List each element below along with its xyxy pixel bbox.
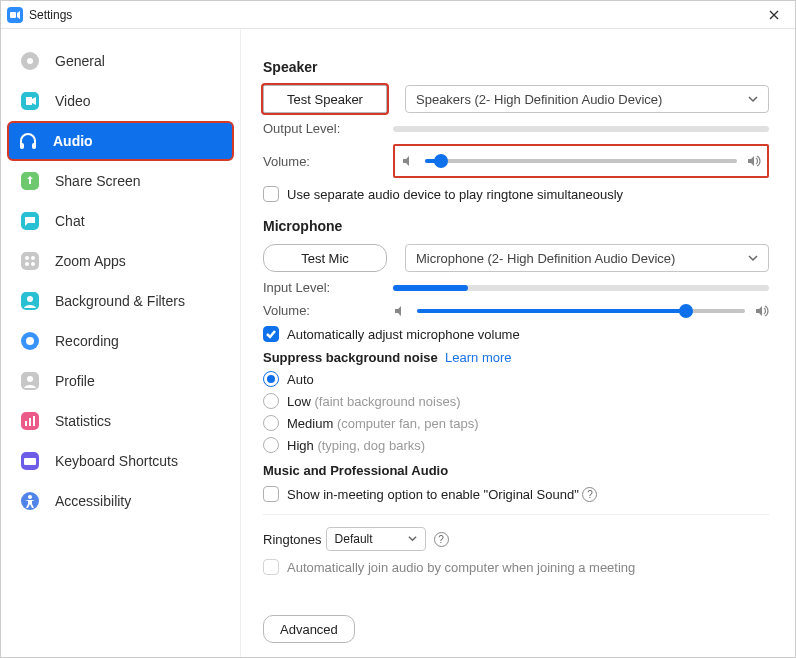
speaker-device-label: Speakers (2- High Definition Audio Devic… [416,92,662,107]
svg-point-18 [27,376,33,382]
sidebar-item-label: Video [55,93,91,109]
sidebar-item-video[interactable]: Video [1,81,240,121]
close-button[interactable] [759,1,789,29]
sidebar-item-background-filters[interactable]: Background & Filters [1,281,240,321]
sidebar-item-label: Profile [55,373,95,389]
zoom-app-icon [7,7,23,23]
chevron-down-icon [408,532,417,546]
sidebar-item-label: Zoom Apps [55,253,126,269]
original-sound-checkbox[interactable] [263,486,279,502]
noise-radio-high[interactable] [263,437,279,453]
sidebar-item-label: Keyboard Shortcuts [55,453,178,469]
sidebar-item-general[interactable]: General [1,41,240,81]
mic-device-label: Microphone (2- High Definition Audio Dev… [416,251,675,266]
recording-icon [19,330,41,352]
noise-option-label: High [287,438,314,453]
svg-rect-8 [21,252,39,270]
svg-rect-20 [25,421,27,426]
auto-join-audio-label: Automatically join audio by computer whe… [287,560,635,575]
profile-icon [19,370,41,392]
help-icon[interactable]: ? [582,487,597,502]
sidebar-item-label: Background & Filters [55,293,185,309]
suppress-noise-learn-more-link[interactable]: Learn more [445,350,511,365]
ringtones-select[interactable]: Default [326,527,426,551]
sidebar-item-chat[interactable]: Chat [1,201,240,241]
sidebar-item-audio[interactable]: Audio [7,121,234,161]
output-level-meter [393,126,769,132]
sidebar-item-share-screen[interactable]: Share Screen [1,161,240,201]
svg-rect-21 [29,418,31,426]
noise-radio-low[interactable] [263,393,279,409]
noise-option-label: Low [287,394,311,409]
svg-rect-0 [10,12,16,18]
microphone-heading: Microphone [263,218,769,234]
svg-point-9 [25,256,29,260]
noise-option-label: Auto [287,372,314,387]
noise-radio-auto[interactable] [263,371,279,387]
mic-volume-slider[interactable] [417,309,745,313]
mic-device-select[interactable]: Microphone (2- High Definition Audio Dev… [405,244,769,272]
sidebar-item-label: Statistics [55,413,111,429]
separator [263,514,769,515]
sidebar-item-accessibility[interactable]: Accessibility [1,481,240,521]
sidebar-item-label: General [55,53,105,69]
advanced-button[interactable]: Advanced [263,615,355,643]
share-screen-icon [19,170,41,192]
background-icon [19,290,41,312]
svg-point-10 [31,256,35,260]
chat-icon [19,210,41,232]
separate-ringtone-device-checkbox[interactable] [263,186,279,202]
auto-join-audio-checkbox[interactable] [263,559,279,575]
speaker-heading: Speaker [263,59,769,75]
accessibility-icon [19,490,41,512]
separate-ringtone-device-label: Use separate audio device to play ringto… [287,187,623,202]
speaker-high-icon [755,304,769,318]
speaker-high-icon [747,154,761,168]
input-level-meter [393,285,769,291]
svg-point-11 [25,262,29,266]
noise-radio-medium[interactable] [263,415,279,431]
test-mic-button[interactable]: Test Mic [263,244,387,272]
svg-point-26 [28,495,32,499]
output-level-label: Output Level: [263,121,393,136]
noise-option-hint: (typing, dog barks) [317,438,425,453]
svg-point-14 [27,296,33,302]
help-icon[interactable]: ? [434,532,449,547]
music-pro-audio-heading: Music and Professional Audio [263,463,448,478]
sidebar-item-label: Share Screen [55,173,141,189]
sidebar-item-recording[interactable]: Recording [1,321,240,361]
sidebar-item-profile[interactable]: Profile [1,361,240,401]
svg-point-12 [31,262,35,266]
speaker-low-icon [401,154,415,168]
audio-settings-panel: Speaker Test Speaker Speakers (2- High D… [241,29,795,657]
speaker-volume-label: Volume: [263,154,393,169]
sidebar-item-keyboard-shortcuts[interactable]: Keyboard Shortcuts [1,441,240,481]
speaker-device-select[interactable]: Speakers (2- High Definition Audio Devic… [405,85,769,113]
speaker-volume-slider-area [393,144,769,178]
keyboard-icon [19,450,41,472]
svg-rect-22 [33,416,35,426]
sidebar-item-zoom-apps[interactable]: Zoom Apps [1,241,240,281]
svg-point-16 [26,337,34,345]
window-title: Settings [29,8,72,22]
noise-option-hint: (faint background noises) [314,394,460,409]
test-speaker-button[interactable]: Test Speaker [263,85,387,113]
chevron-down-icon [748,92,758,107]
sidebar-item-label: Recording [55,333,119,349]
noise-option-label: Medium [287,416,333,431]
chevron-down-icon [748,251,758,266]
mic-volume-label: Volume: [263,303,393,318]
auto-adjust-mic-checkbox[interactable] [263,326,279,342]
apps-icon [19,250,41,272]
sidebar-item-statistics[interactable]: Statistics [1,401,240,441]
sidebar-item-label: Audio [53,133,93,149]
gear-icon [19,50,41,72]
titlebar: Settings [1,1,795,29]
auto-adjust-mic-label: Automatically adjust microphone volume [287,327,520,342]
original-sound-label: Show in-meeting option to enable "Origin… [287,487,579,502]
speaker-volume-slider[interactable] [425,159,737,163]
settings-sidebar: General Video Audio Share Screen Chat [1,29,241,657]
svg-rect-24 [24,458,36,465]
ringtones-label: Ringtones [263,532,322,547]
sidebar-item-label: Chat [55,213,85,229]
